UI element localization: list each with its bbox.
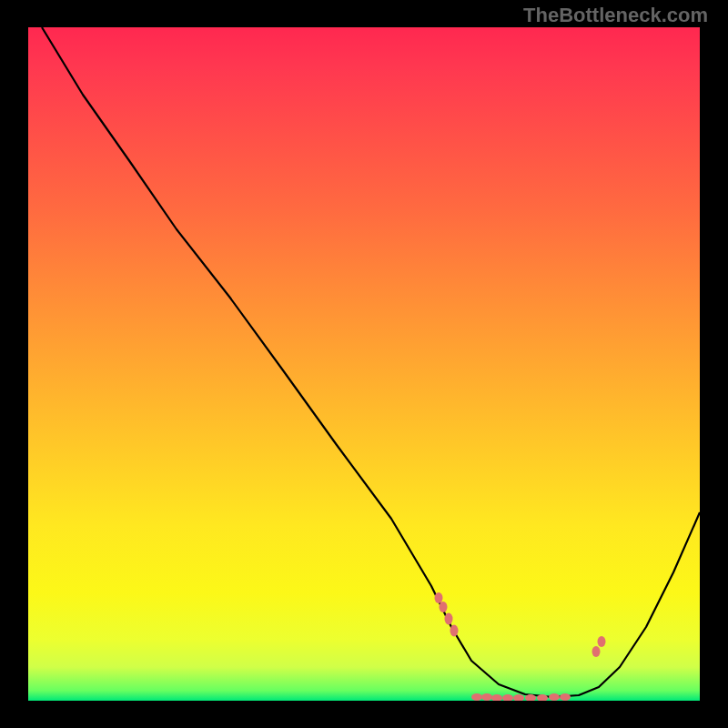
svg-point-4	[471, 693, 482, 701]
svg-point-5	[481, 693, 492, 701]
curve-svg	[28, 27, 700, 701]
plot-area	[28, 27, 700, 701]
attribution-text: TheBottleneck.com	[523, 4, 708, 27]
svg-point-14	[598, 636, 606, 647]
svg-point-8	[513, 694, 524, 701]
bottleneck-curve-line	[42, 27, 700, 697]
svg-point-0	[435, 592, 443, 603]
svg-point-7	[502, 694, 513, 701]
svg-point-2	[445, 613, 453, 625]
chart-container: TheBottleneck.com	[0, 0, 728, 728]
svg-point-3	[450, 625, 459, 637]
svg-point-6	[491, 694, 502, 701]
marker-dots	[435, 592, 606, 701]
svg-point-13	[592, 646, 601, 657]
svg-point-12	[560, 693, 571, 701]
svg-point-1	[440, 602, 448, 612]
svg-point-11	[549, 693, 560, 701]
